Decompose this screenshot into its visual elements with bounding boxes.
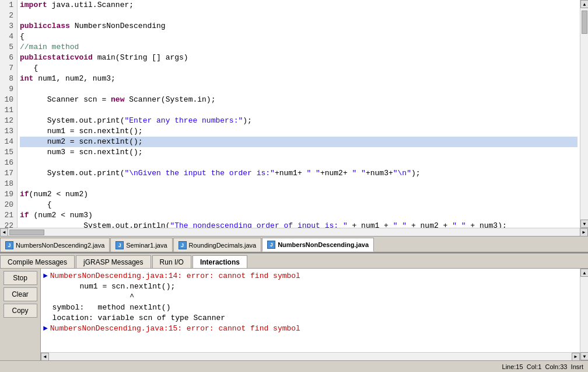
code-line-5: //main method bbox=[20, 42, 578, 53]
tab-NumbersNonDescending-java[interactable]: JNumbersNonDescending.java bbox=[262, 238, 374, 252]
clear-button[interactable]: Clear bbox=[4, 287, 37, 301]
stop-button[interactable]: Stop bbox=[4, 271, 37, 285]
output-scrollbar-v[interactable]: ▲ ▼ bbox=[580, 269, 588, 360]
output-line: num1 = scn.nextlnt(); bbox=[43, 281, 578, 292]
tab-NumbersNonDescending2-java[interactable]: JNumbersNonDescending2.java bbox=[0, 238, 110, 252]
status-line: Line:15 bbox=[502, 363, 523, 370]
line-number-12: 12 bbox=[4, 116, 13, 126]
scroll-down-arrow[interactable]: ▼ bbox=[580, 220, 588, 228]
tab-icon: J bbox=[267, 241, 275, 249]
tab-label: RoundingDecimals.java bbox=[189, 242, 257, 249]
tab-icon: J bbox=[5, 241, 13, 249]
panel-buttons: Stop Clear Copy bbox=[0, 269, 41, 360]
line-number-22: 22 bbox=[4, 221, 13, 228]
scroll-up-arrow[interactable]: ▲ bbox=[580, 0, 588, 8]
line-number-6: 6 bbox=[4, 53, 13, 63]
panel-tab-run-i/o[interactable]: Run I/O bbox=[152, 255, 191, 268]
tab-label: NumbersNonDescending2.java bbox=[16, 242, 104, 249]
line-number-9: 9 bbox=[4, 84, 13, 95]
line-number-5: 5 bbox=[4, 42, 13, 53]
vertical-scrollbar[interactable]: ▲ ▼ bbox=[580, 0, 588, 228]
panel-tabs: Compile MessagesjGRASP MessagesRun I/OIn… bbox=[0, 253, 588, 269]
code-line-21: if (num2 < num3) bbox=[20, 210, 578, 221]
output-scroll-down[interactable]: ▼ bbox=[580, 352, 588, 360]
tab-icon: J bbox=[178, 241, 187, 249]
line-number-19: 19 bbox=[4, 189, 13, 200]
status-insert: Insrt bbox=[571, 363, 583, 370]
line-number-11: 11 bbox=[4, 105, 13, 116]
editor-area: 1234567891011121314151617181920212223242… bbox=[0, 0, 588, 236]
line-number-14: 14 bbox=[4, 137, 13, 147]
output-line: symbol: method nextlnt() bbox=[43, 303, 578, 313]
scroll-right-arrow[interactable]: ▶ bbox=[580, 228, 588, 237]
panel-output[interactable]: ►NumbersNonDescending.java:14: error: ca… bbox=[41, 269, 580, 352]
line-numbers: 1234567891011121314151617181920212223242… bbox=[0, 0, 18, 228]
code-line-13: num1 = scn.nextlnt(); bbox=[20, 126, 578, 137]
status-col: Col:1 bbox=[527, 363, 542, 370]
tab-label: Seminar1.java bbox=[126, 242, 167, 249]
code-line-1: import java.util.Scanner; bbox=[20, 0, 578, 11]
code-container: 1234567891011121314151617181920212223242… bbox=[0, 0, 588, 228]
tab-RoundingDecimals-java[interactable]: JRoundingDecimals.java bbox=[173, 238, 262, 252]
output-line: location: variable scn of type Scanner bbox=[43, 313, 578, 324]
output-scroll-right[interactable]: ▶ bbox=[572, 353, 580, 361]
code-line-12: System.out.print("Enter any three number… bbox=[20, 116, 578, 126]
status-bar: Line:15 Col:1 Coln:33 Insrt bbox=[0, 360, 588, 372]
code-line-2 bbox=[20, 11, 578, 21]
error-arrow: ► bbox=[43, 272, 48, 280]
panel-tab-jgrasp-messages[interactable]: jGRASP Messages bbox=[76, 255, 151, 268]
output-line: ►NumbersNonDescending.java:14: error: ca… bbox=[43, 271, 578, 281]
bottom-panel: Compile MessagesjGRASP MessagesRun I/OIn… bbox=[0, 252, 588, 360]
line-number-17: 17 bbox=[4, 168, 13, 179]
tab-Seminar1-java[interactable]: JSeminar1.java bbox=[110, 238, 172, 252]
panel-content: Stop Clear Copy ►NumbersNonDescending.ja… bbox=[0, 269, 588, 360]
code-line-10: Scanner scn = new Scanner(System.in); bbox=[20, 95, 578, 105]
code-line-3: public class NumbersNonDescending bbox=[20, 21, 578, 32]
scroll-thumb-v[interactable] bbox=[582, 11, 587, 34]
line-number-3: 3 bbox=[4, 21, 13, 32]
output-line: ^ bbox=[43, 292, 578, 303]
code-line-16 bbox=[20, 158, 578, 168]
line-number-10: 10 bbox=[4, 95, 13, 105]
line-number-15: 15 bbox=[4, 147, 13, 158]
error-arrow: ► bbox=[43, 324, 48, 333]
line-number-13: 13 bbox=[4, 126, 13, 137]
line-number-7: 7 bbox=[4, 63, 13, 74]
code-line-19: if(num2 < num2) bbox=[20, 189, 578, 200]
line-number-21: 21 bbox=[4, 210, 13, 221]
output-scrollbar-h[interactable]: ◀ ▶ bbox=[41, 352, 580, 360]
output-scroll-up[interactable]: ▲ bbox=[580, 269, 588, 277]
line-number-20: 20 bbox=[4, 200, 13, 210]
panel-tab-interactions[interactable]: Interactions bbox=[192, 255, 247, 268]
line-number-2: 2 bbox=[4, 11, 13, 21]
panel-tab-compile-messages[interactable]: Compile Messages bbox=[0, 255, 75, 268]
line-number-18: 18 bbox=[4, 179, 13, 189]
line-number-4: 4 bbox=[4, 32, 13, 42]
code-line-11 bbox=[20, 105, 578, 116]
code-line-14: num2 = scn.nextlnt(); bbox=[20, 137, 578, 147]
code-line-7: { bbox=[20, 63, 578, 74]
tab-bar: JNumbersNonDescending2.javaJSeminar1.jav… bbox=[0, 236, 588, 252]
code-line-9 bbox=[20, 84, 578, 95]
line-number-16: 16 bbox=[4, 158, 13, 168]
code-line-4: { bbox=[20, 32, 578, 42]
status-code: Coln:33 bbox=[545, 363, 568, 370]
output-line: ►NumbersNonDescending.java:15: error: ca… bbox=[43, 324, 578, 334]
line-number-8: 8 bbox=[4, 74, 13, 84]
code-line-20: { bbox=[20, 200, 578, 210]
horizontal-scrollbar[interactable]: ◀ ▶ bbox=[0, 228, 588, 236]
tab-label: NumbersNonDescending.java bbox=[278, 241, 369, 248]
copy-button[interactable]: Copy bbox=[4, 304, 37, 318]
scroll-left-arrow[interactable]: ◀ bbox=[0, 228, 8, 237]
code-line-18 bbox=[20, 179, 578, 189]
code-line-15: num3 = scn.nextlnt(); bbox=[20, 147, 578, 158]
tab-icon: J bbox=[116, 241, 124, 249]
code-line-6: public static void main(String [] args) bbox=[20, 53, 578, 63]
code-line-17: System.out.print("\nGiven the input the … bbox=[20, 168, 578, 179]
code-line-8: int num1, num2, num3; bbox=[20, 74, 578, 84]
scroll-thumb-h[interactable] bbox=[9, 230, 44, 235]
code-content[interactable]: import java.util.Scanner; public class N… bbox=[18, 0, 580, 228]
code-line-22: System.out.println("The nondescending or… bbox=[20, 221, 578, 228]
line-number-1: 1 bbox=[4, 0, 13, 11]
output-scroll-left[interactable]: ◀ bbox=[41, 353, 49, 361]
